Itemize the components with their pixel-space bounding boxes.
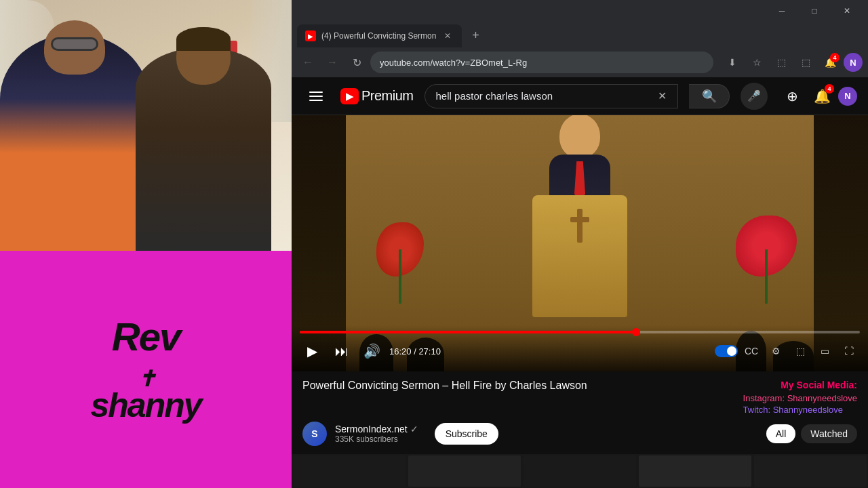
volume-button[interactable]: 🔊 xyxy=(359,339,384,363)
miniplayer-button[interactable]: ⬚ xyxy=(789,340,811,362)
notifications-button[interactable]: 🔔 4 xyxy=(819,52,841,73)
channel-info: SermonIndex.net ✓ 335K subscribers xyxy=(335,424,418,444)
download-icon[interactable]: ⬇ xyxy=(722,52,743,73)
channel-row: S SermonIndex.net ✓ 335K subscribers Sub… xyxy=(302,422,857,446)
bookmark-icon[interactable]: ☆ xyxy=(746,52,768,73)
browser-window: ─ □ ✕ ▶ (4) Powerful Convicting Sermon ✕… xyxy=(292,0,868,488)
yt-notifications-badge: 4 xyxy=(825,84,834,94)
profile-icon[interactable]: ⬚ xyxy=(795,52,816,73)
extension-icon[interactable]: ⬚ xyxy=(770,52,792,73)
video-player[interactable]: ▶ ⏭ 🔊 16:20 / 27:10 CC ⚙ xyxy=(292,115,868,371)
person1-glasses xyxy=(51,37,98,51)
maximize-button[interactable]: □ xyxy=(799,0,830,22)
refresh-button[interactable]: ↻ xyxy=(346,52,368,73)
person1-head xyxy=(44,20,105,75)
youtube-notifications-button[interactable]: 🔔 4 xyxy=(808,83,835,110)
address-bar: ← → ↻ youtube.com/watch?v=ZBOmet_L-Rg ⬇ … xyxy=(292,47,868,77)
forward-button[interactable]: → xyxy=(321,52,343,73)
youtube-search-button[interactable]: 🔍 xyxy=(689,84,730,108)
filter-watched[interactable]: Watched xyxy=(801,424,857,443)
streamer-logo: Rev ✝ shanny xyxy=(90,317,201,422)
thumbnail-item[interactable] xyxy=(293,455,406,487)
new-tab-button[interactable]: + xyxy=(466,26,485,45)
window-controls: ─ □ ✕ xyxy=(292,0,868,22)
hamburger-icon xyxy=(309,92,323,93)
thumbnail-item[interactable] xyxy=(524,455,636,487)
tab-close-button[interactable]: ✕ xyxy=(441,30,454,42)
social-media-heading: My Social Media: xyxy=(743,380,857,390)
left-panel: Rev ✝ shanny xyxy=(0,0,292,488)
verified-badge-icon: ✓ xyxy=(410,424,418,434)
pulpit xyxy=(532,195,627,317)
browser-toolbar-icons: ⬇ ☆ ⬚ ⬚ 🔔 4 N xyxy=(722,52,863,73)
youtube-header-right: ⊕ 🔔 4 N xyxy=(778,83,857,110)
thumbnail-item[interactable] xyxy=(754,455,867,487)
minimize-button[interactable]: ─ xyxy=(766,0,797,22)
person2-head xyxy=(176,27,231,85)
channel-name[interactable]: SermonIndex.net xyxy=(335,424,408,434)
theater-button[interactable]: ▭ xyxy=(814,340,835,362)
play-pause-button[interactable]: ▶ xyxy=(300,339,324,363)
youtube-user-avatar[interactable]: N xyxy=(838,87,857,106)
youtube-header: ▶ Premium ✕ 🔍 🎤 ⊕ 🔔 4 N xyxy=(292,77,868,115)
back-button[interactable]: ← xyxy=(297,52,319,73)
logo-rev: Rev xyxy=(90,317,201,357)
progress-bar[interactable] xyxy=(300,331,860,333)
social-media-panel: My Social Media: Instagram: Shannyneedsl… xyxy=(743,380,857,415)
youtube-create-button[interactable]: ⊕ xyxy=(778,83,806,110)
toggle-track[interactable] xyxy=(715,345,738,357)
settings-button[interactable]: ⚙ xyxy=(765,340,787,362)
youtube-search-input[interactable] xyxy=(436,90,658,102)
thumbnail-item[interactable] xyxy=(639,455,751,487)
toggle-thumb xyxy=(727,346,736,356)
twitch-link[interactable]: Twitch: Shannyneedslove xyxy=(743,405,857,415)
youtube-mic-button[interactable]: 🎤 xyxy=(741,83,768,110)
autoplay-toggle[interactable] xyxy=(715,345,738,357)
subscribe-button[interactable]: Subscribe xyxy=(435,423,498,445)
time-display: 16:20 / 27:10 xyxy=(389,346,441,357)
youtube-logo[interactable]: ▶ Premium xyxy=(340,88,414,104)
logo-shanny: shanny xyxy=(90,388,201,422)
filter-all[interactable]: All xyxy=(766,424,796,443)
flowers-right xyxy=(732,216,800,304)
thumbnail-item[interactable] xyxy=(408,455,521,487)
tab-title: (4) Powerful Convicting Sermon xyxy=(321,31,436,41)
webcam-area xyxy=(0,0,292,251)
cross-horizontal xyxy=(570,217,589,222)
active-tab[interactable]: ▶ (4) Powerful Convicting Sermon ✕ xyxy=(297,24,462,47)
pulpit-cross xyxy=(570,209,590,243)
browser-chrome: ─ □ ✕ ▶ (4) Powerful Convicting Sermon ✕… xyxy=(292,0,868,77)
thumbnail-strip xyxy=(292,454,868,488)
person2-body xyxy=(136,47,271,251)
flowers-left xyxy=(373,222,427,304)
close-button[interactable]: ✕ xyxy=(831,0,863,22)
youtube-logo-icon: ▶ xyxy=(340,88,359,104)
youtube-menu-button[interactable] xyxy=(302,83,330,110)
cross-vertical xyxy=(577,209,583,243)
filter-pills: All Watched xyxy=(766,424,857,443)
hamburger-icon xyxy=(309,100,323,101)
url-text: youtube.com/watch?v=ZBOmet_L-Rg xyxy=(380,58,704,68)
channel-avatar: S xyxy=(302,422,327,446)
preacher-head xyxy=(559,115,600,158)
next-button[interactable]: ⏭ xyxy=(330,339,354,363)
person2-hair xyxy=(176,27,231,51)
instagram-link[interactable]: Instagram: Shannyneedslove xyxy=(743,393,857,403)
person1-body xyxy=(0,34,149,251)
notifications-badge: 4 xyxy=(830,53,840,62)
video-title: Powerful Convicting Sermon – Hell Fire b… xyxy=(302,380,743,392)
progress-dot xyxy=(632,328,640,336)
tab-bar: ▶ (4) Powerful Convicting Sermon ✕ + xyxy=(292,22,868,47)
subtitles-button[interactable]: CC xyxy=(741,340,762,362)
below-video: Powerful Convicting Sermon – Hell Fire b… xyxy=(292,371,868,454)
tab-favicon: ▶ xyxy=(305,30,316,41)
youtube-search-bar[interactable]: ✕ xyxy=(425,84,678,108)
logo-panel: Rev ✝ shanny xyxy=(0,251,292,488)
user-avatar[interactable]: N xyxy=(844,53,863,72)
url-bar[interactable]: youtube.com/watch?v=ZBOmet_L-Rg xyxy=(370,52,713,73)
hamburger-icon xyxy=(309,96,323,97)
search-clear-icon[interactable]: ✕ xyxy=(658,89,667,102)
fullscreen-button[interactable]: ⛶ xyxy=(838,340,860,362)
controls-right: CC ⚙ ⬚ ▭ ⛶ xyxy=(715,340,860,362)
video-controls: ▶ ⏭ 🔊 16:20 / 27:10 CC ⚙ xyxy=(292,325,868,371)
